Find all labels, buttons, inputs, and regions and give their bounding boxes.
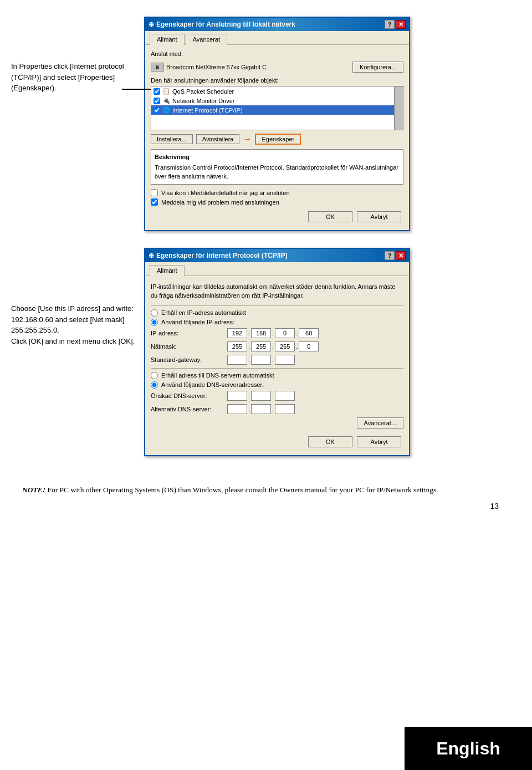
dialog1-title-area: ⊕ Egenskaper för Anslutning till lokalt … bbox=[149, 21, 295, 28]
ip-octet-1[interactable] bbox=[227, 328, 247, 338]
list-item-tcp-icon: 🌐 bbox=[162, 106, 170, 114]
ip-octet-2[interactable] bbox=[251, 328, 271, 338]
dialog1-close-button[interactable]: ✕ bbox=[396, 20, 406, 29]
gateway-row: Standard-gateway: . . bbox=[151, 355, 403, 365]
note-bold: NOTE! bbox=[22, 486, 45, 494]
dns1-octet-2[interactable] bbox=[251, 391, 271, 401]
radio-auto-ip-row: Erhåll en IP-adress automatiskt bbox=[151, 309, 403, 317]
netmask-octet-4[interactable] bbox=[299, 341, 319, 351]
description-title: Beskrivning bbox=[155, 153, 400, 161]
netmask-dot-3: . bbox=[296, 343, 298, 350]
dialog2-cancel-button[interactable]: Avbryt bbox=[357, 436, 401, 447]
dialog1-listbox-scrollbar[interactable] bbox=[394, 86, 403, 130]
netmask-octet-3[interactable] bbox=[275, 341, 295, 351]
dialog2-help-button[interactable]: ? bbox=[385, 251, 395, 260]
dialog2-info-text: IP-inställningar kan tilldelas automatis… bbox=[151, 282, 403, 301]
radio-manual-ip[interactable] bbox=[151, 319, 158, 326]
top-annotation-text: In Properties click [Internet protocol (… bbox=[11, 61, 139, 94]
ip-label: IP-adress: bbox=[151, 330, 223, 336]
uninstall-button[interactable]: Avinstallera bbox=[196, 134, 240, 144]
list-item-qos-label: QoS Packet Scheduler bbox=[172, 88, 234, 95]
page-number: 13 bbox=[11, 502, 521, 511]
checkbox1-input[interactable] bbox=[151, 189, 158, 196]
dialog1-tab-allman[interactable]: Allmänt bbox=[150, 34, 185, 45]
dns1-label: Önskad DNS-server: bbox=[151, 392, 223, 399]
radio-manual-ip-label: Använd följande IP-adress: bbox=[161, 319, 234, 325]
dns2-octet-2[interactable] bbox=[251, 404, 271, 414]
radio-auto-dns-row: Erhåll adress till DNS-servern automatis… bbox=[151, 372, 403, 379]
dialog1-titlebar-icon: ⊕ bbox=[149, 21, 154, 28]
configure-button[interactable]: Konfigurera... bbox=[352, 62, 403, 73]
dns1-dot-1: . bbox=[248, 392, 250, 399]
list-item-network-label: Network Monitor Driver bbox=[172, 98, 234, 104]
netmask-octet-2[interactable] bbox=[251, 341, 271, 351]
dialog1-help-button[interactable]: ? bbox=[385, 20, 395, 29]
list-item-qos: 📋 QoS Packet Scheduler bbox=[151, 86, 403, 96]
dialog1-titlebar: ⊕ Egenskaper för Anslutning till lokalt … bbox=[145, 18, 409, 31]
gateway-octet-2[interactable] bbox=[251, 355, 271, 365]
dns2-octet-1[interactable] bbox=[227, 404, 247, 414]
dialog2-ok-button[interactable]: OK bbox=[308, 436, 352, 447]
bottom-annotation: Choose [Use this IP adress] and write: 1… bbox=[11, 248, 144, 456]
language-label: English bbox=[436, 738, 500, 759]
netmask-octet-1[interactable] bbox=[227, 341, 247, 351]
ip-octet-4[interactable] bbox=[299, 328, 319, 338]
gateway-label: Standard-gateway: bbox=[151, 356, 223, 363]
list-item-tcp[interactable]: 🌐 Internet Protocol (TCP/IP) bbox=[151, 105, 403, 115]
avancerat-button[interactable]: Avancerat... bbox=[357, 417, 404, 429]
dialog1-list-label: Den här anslutningen använder följande o… bbox=[151, 77, 403, 84]
dialog2-title-buttons: ? ✕ bbox=[385, 251, 406, 260]
dialog1-description: Beskrivning Transmission Control Protoco… bbox=[151, 149, 403, 185]
dns1-field: . . bbox=[227, 391, 295, 401]
radio-auto-ip[interactable] bbox=[151, 309, 158, 317]
list-item-tcp-checkbox[interactable] bbox=[154, 107, 160, 114]
dialog1-checkbox2-row: Meddela mig vid problem med anslutningen bbox=[151, 198, 403, 206]
radio-manual-dns[interactable] bbox=[151, 381, 158, 389]
description-text: Transmission Control Protocol/Internet P… bbox=[155, 164, 400, 181]
netmask-label: Nätmask: bbox=[151, 343, 223, 350]
netmask-dot-2: . bbox=[272, 343, 274, 350]
gateway-octet-1[interactable] bbox=[227, 355, 247, 365]
dialog1-connect-row: Anslut med: bbox=[151, 50, 403, 57]
top-annotation: In Properties click [Internet protocol (… bbox=[11, 17, 144, 231]
english-footer: English bbox=[405, 727, 532, 770]
gateway-field: . . bbox=[227, 355, 295, 365]
dns2-row: Alternativ DNS-server: . . bbox=[151, 404, 403, 414]
dialog1-listbox[interactable]: 📋 QoS Packet Scheduler 🔌 Network Monitor… bbox=[151, 86, 403, 130]
ip-octet-3[interactable] bbox=[275, 328, 295, 338]
dns1-octet-3[interactable] bbox=[275, 391, 295, 401]
list-item-network-checkbox[interactable] bbox=[154, 98, 160, 104]
list-item-qos-checkbox[interactable] bbox=[154, 88, 160, 95]
dialog2-close-button[interactable]: ✕ bbox=[396, 251, 406, 260]
dialog2-tab-allman[interactable]: Allmänt bbox=[150, 265, 185, 276]
dialog1-device-name: Broadcom NetXtreme 57xx Gigabit C bbox=[166, 64, 267, 70]
dialog1-device-row: 🖥 Broadcom NetXtreme 57xx Gigabit C Konf… bbox=[151, 62, 403, 73]
dialog1-ok-button[interactable]: OK bbox=[308, 211, 352, 222]
dns1-row: Önskad DNS-server: . . bbox=[151, 391, 403, 401]
ip-dot-1: . bbox=[248, 330, 250, 336]
radio-auto-ip-label: Erhåll en IP-adress automatiskt bbox=[161, 309, 246, 316]
gateway-octet-3[interactable] bbox=[275, 355, 295, 365]
radio-auto-dns[interactable] bbox=[151, 372, 158, 379]
dialog1-list-label-text: Den här anslutningen använder följande o… bbox=[151, 77, 279, 84]
avancerat-row: Avancerat... bbox=[151, 417, 403, 429]
dialog1-cancel-button[interactable]: Avbryt bbox=[357, 211, 401, 222]
radio-auto-dns-label: Erhåll adress till DNS-servern automatis… bbox=[161, 372, 274, 379]
dialog2-ok-row: OK Avbryt bbox=[151, 433, 403, 450]
dns2-dot-2: . bbox=[272, 406, 274, 412]
note-section: NOTE! For PC with other Operating System… bbox=[11, 473, 521, 502]
dialog1-tab-avancerat[interactable]: Avancerat bbox=[186, 34, 227, 45]
checkbox2-input[interactable] bbox=[151, 198, 158, 206]
bottom-section: Choose [Use this IP adress] and write: 1… bbox=[11, 248, 521, 456]
properties-button[interactable]: Egenskaper bbox=[255, 134, 301, 145]
dialog1-checkbox1-row: Visa ikon i Meddelandefältet när jag är … bbox=[151, 189, 403, 196]
dialog2-body: IP-inställningar kan tilldelas automatis… bbox=[145, 276, 409, 455]
dns2-octet-3[interactable] bbox=[275, 404, 295, 414]
install-button[interactable]: Installera... bbox=[151, 134, 193, 144]
dns2-dot-1: . bbox=[248, 406, 250, 412]
checkbox1-label: Visa ikon i Meddelandefältet när jag är … bbox=[161, 190, 290, 196]
dialog2-title-area: ⊕ Egenskaper för Internet Protocol (TCP/… bbox=[149, 252, 288, 259]
separator1 bbox=[151, 305, 403, 306]
dns1-dot-2: . bbox=[272, 392, 274, 399]
dns1-octet-1[interactable] bbox=[227, 391, 247, 401]
